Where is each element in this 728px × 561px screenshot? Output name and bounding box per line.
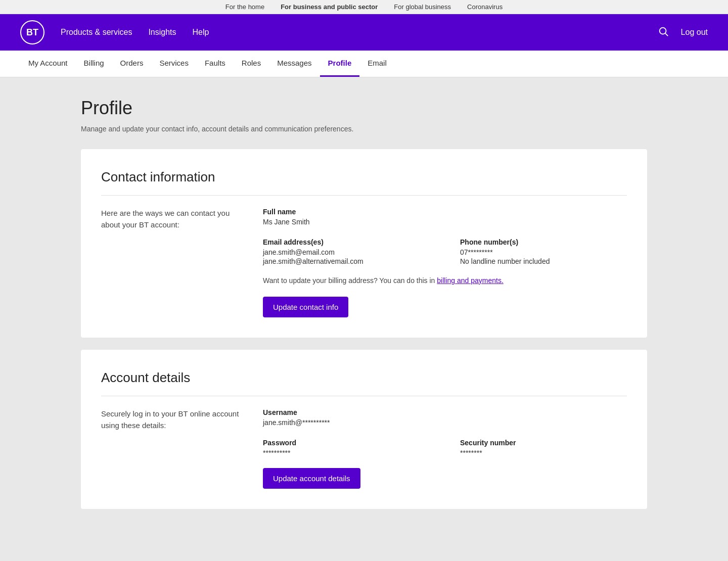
nav-help[interactable]: Help	[193, 28, 209, 37]
landline-value: No landline number included	[460, 257, 627, 265]
subnav-faults[interactable]: Faults	[197, 51, 234, 77]
full-name-section: Full name Ms Jane Smith	[263, 208, 627, 226]
sub-nav: My Account Billing Orders Services Fault…	[0, 51, 728, 77]
logo-text: BT	[26, 27, 38, 38]
search-button[interactable]	[658, 26, 669, 39]
subnav-roles[interactable]: Roles	[234, 51, 269, 77]
full-name-value: Ms Jane Smith	[263, 218, 627, 226]
update-contact-button[interactable]: Update contact info	[263, 297, 348, 317]
email-2-value: jane.smith@alternativemail.com	[263, 257, 430, 265]
phone-value: 07*********	[460, 248, 627, 256]
header-actions: Log out	[658, 26, 708, 39]
main-header: BT Products & services Insights Help Log…	[0, 14, 728, 51]
email-label: Email address(es)	[263, 238, 430, 246]
page-subtitle: Manage and update your contact info, acc…	[81, 125, 647, 133]
top-bar-business-link[interactable]: For business and public sector	[281, 3, 378, 11]
contact-info-title: Contact information	[101, 169, 627, 196]
phone-col: Phone number(s) 07********* No landline …	[460, 238, 627, 266]
contact-info-body: Here are the ways we can contact you abo…	[101, 208, 627, 317]
billing-note: Want to update your billing address? You…	[263, 276, 627, 285]
account-details-right: Username jane.smith@********** Password …	[263, 408, 627, 489]
account-details-title: Account details	[101, 370, 627, 396]
logout-button[interactable]: Log out	[681, 28, 708, 37]
page-title: Profile	[81, 98, 647, 119]
main-nav: Products & services Insights Help	[61, 28, 658, 37]
security-label: Security number	[460, 439, 627, 447]
email-col: Email address(es) jane.smith@email.com j…	[263, 238, 430, 266]
phone-label: Phone number(s)	[460, 238, 627, 246]
subnav-messages[interactable]: Messages	[269, 51, 320, 77]
subnav-profile[interactable]: Profile	[320, 51, 360, 77]
password-col: Password **********	[263, 439, 430, 458]
bt-logo[interactable]: BT	[20, 20, 44, 44]
password-value: **********	[263, 449, 430, 457]
security-value: ********	[460, 449, 627, 457]
nav-products[interactable]: Products & services	[61, 28, 132, 37]
username-label: Username	[263, 408, 627, 416]
account-details-description: Securely log in to your BT online accoun…	[101, 408, 243, 431]
top-bar-covid-link[interactable]: Coronavirus	[467, 3, 503, 11]
nav-insights[interactable]: Insights	[148, 28, 176, 37]
svg-line-1	[665, 33, 668, 36]
contact-info-card: Contact information Here are the ways we…	[81, 149, 647, 338]
password-label: Password	[263, 439, 430, 447]
contact-info-right: Full name Ms Jane Smith Email address(es…	[263, 208, 627, 317]
top-bar: For the home For business and public sec…	[0, 0, 728, 14]
subnav-my-account[interactable]: My Account	[20, 51, 76, 77]
subnav-orders[interactable]: Orders	[112, 51, 152, 77]
account-details-left: Securely log in to your BT online accoun…	[101, 408, 243, 489]
billing-payments-link[interactable]: billing and payments.	[437, 276, 504, 285]
security-col: Security number ********	[460, 439, 627, 458]
contact-info-description: Here are the ways we can contact you abo…	[101, 208, 243, 230]
contact-columns: Email address(es) jane.smith@email.com j…	[263, 238, 627, 266]
subnav-billing[interactable]: Billing	[76, 51, 112, 77]
subnav-email[interactable]: Email	[359, 51, 395, 77]
email-1-value: jane.smith@email.com	[263, 248, 430, 256]
account-details-card: Account details Securely log in to your …	[81, 350, 647, 509]
top-bar-home-link[interactable]: For the home	[225, 3, 264, 11]
update-account-button[interactable]: Update account details	[263, 468, 360, 489]
username-section: Username jane.smith@**********	[263, 408, 627, 427]
page-content: Profile Manage and update your contact i…	[61, 77, 667, 541]
top-bar-global-link[interactable]: For global business	[394, 3, 451, 11]
username-value: jane.smith@**********	[263, 418, 627, 427]
search-icon	[658, 26, 669, 37]
subnav-services[interactable]: Services	[151, 51, 197, 77]
contact-info-left: Here are the ways we can contact you abo…	[101, 208, 243, 317]
svg-point-0	[659, 27, 666, 34]
account-columns: Password ********** Security number ****…	[263, 439, 627, 458]
full-name-label: Full name	[263, 208, 627, 216]
account-details-body: Securely log in to your BT online accoun…	[101, 408, 627, 489]
